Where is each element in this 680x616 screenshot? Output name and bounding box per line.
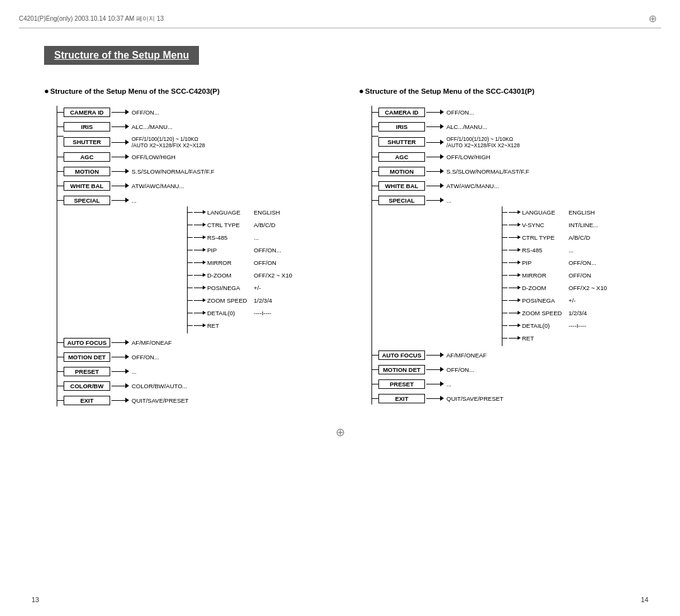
arrow-motion [111,169,129,174]
r-arrow-preset [426,381,444,386]
r-shutter-value: OFF/1/100(1/120) ~ 1/10KΩ/AUTO X2~X128/F… [446,136,520,148]
r-arrow-white-bal [426,183,444,188]
r-arrow-motion [426,169,444,174]
crosshair-icon [649,13,661,25]
r-menu-row-white-bal: WHITE BAL ATW/AWC/MANU... [372,179,649,192]
left-menu-tree: CAMERA ID OFF/ON... IRIS ALC.../MANU... … [57,106,334,406]
r-menu-row-agc: AGC OFF/LOW/HIGH [372,150,649,163]
r-sub-ret: RET [502,332,649,344]
agc-value: OFF/LOW/HIGH [132,154,176,160]
r-agc-value: OFF/LOW/HIGH [446,154,490,160]
file-info: C4201(P)Eng(only) 2003.10.14 10:37 AM 페이… [19,14,164,23]
auto-focus-value: AF/MF/ONEAF [132,339,172,346]
r-arrow-camera-id [426,109,444,115]
camera-id-label: CAMERA ID [64,108,110,117]
r-sub-zoom-speed: ZOOM SPEED 1/2/3/4 [502,307,649,318]
shutter-label: SHUTTER [64,137,110,147]
r-menu-row-exit: EXIT QUIT/SAVE/PRESET [372,392,649,405]
arrow-iris [111,124,129,129]
color-bw-value: COLOR/BW/AUTO... [132,383,188,389]
menu-row-motion: MOTION S.S/SLOW/NORMAL/FAST/F.F [57,165,334,177]
menu-row-white-bal: WHITE BAL ATW/AWC/MANU... [57,179,334,192]
special-value: ... [132,197,137,204]
r-sub-vsync: V-SYNC INT/LINE... [502,219,649,230]
right-column: ●Structure of the Setup Menu of the SCC-… [346,86,661,406]
r-arrow-auto-focus [426,352,444,357]
r-sub-rs485: RS-485 ... [502,244,649,255]
special-sub-tree-right: LANGUAGE ENGLISH V-SYNC INT/LINE... CTRL… [502,206,649,346]
iris-value: ALC.../MANU... [132,123,173,130]
r-special-label: SPECIAL [378,196,425,205]
arrow-preset [111,369,129,374]
r-white-bal-value: ATW/AWC/MANU... [446,182,499,189]
sub-ctrl-type: CTRL TYPE A/B/C/D [188,219,334,230]
title-text: Structure of the Setup Menu [44,46,199,65]
r-white-bal-label: WHITE BAL [378,181,425,191]
menu-row-auto-focus: AUTO FOCUS AF/MF/ONEAF [57,336,334,349]
sub-detail: DETAIL(0) ----I---- [188,307,334,318]
sub-posi-nega: POSI/NEGA +/- [188,282,334,293]
r-camera-id-label: CAMERA ID [378,108,425,117]
r-preset-label: PRESET [378,379,425,389]
page-title: Structure of the Setup Menu [19,35,661,80]
preset-value: ... [132,368,137,375]
r-sub-pip: PIP OFF/ON... [502,257,649,268]
r-auto-focus-value: AF/MF/ONEAF [446,352,487,359]
menu-row-camera-id: CAMERA ID OFF/ON... [57,106,334,118]
motion-det-label: MOTION DET [64,352,110,362]
right-section-heading: ●Structure of the Setup Menu of the SCC-… [359,86,649,96]
r-camera-id-value: OFF/ON... [446,109,474,116]
r-shutter-label: SHUTTER [378,137,425,147]
special-submenu-left: LANGUAGE ENGLISH CTRL TYPE A/B/C/D RS-48… [118,206,334,336]
sub-ret: RET [188,320,334,331]
r-sub-dzoom: D-ZOOM OFF/X2 ~ X10 [502,282,649,293]
special-sub-tree-left: LANGUAGE ENGLISH CTRL TYPE A/B/C/D RS-48… [187,206,334,333]
menu-row-iris: IRIS ALC.../MANU... [57,120,334,133]
arrow-agc [111,154,129,159]
r-arrow-exit [426,396,444,401]
left-column: ●Structure of the Setup Menu of the SCC-… [19,86,346,406]
arrow-shutter [111,140,129,145]
r-auto-focus-label: AUTO FOCUS [378,350,425,360]
r-arrow-motion-det [426,367,444,372]
r-sub-detail: DETAIL(0) ----I---- [502,320,649,331]
r-iris-label: IRIS [378,122,425,132]
r-motion-label: MOTION [378,167,425,176]
page-container: C4201(P)Eng(only) 2003.10.14 10:37 AM 페이… [0,0,680,616]
motion-value: S.S/SLOW/NORMAL/FAST/F.F [132,168,214,175]
page-footer: 13 14 [31,596,649,603]
r-special-value: ... [446,197,451,204]
r-sub-posi-nega: POSI/NEGA +/- [502,294,649,306]
sub-dzoom: D-ZOOM OFF/X2 ~ X10 [188,269,334,281]
arrow-motion-det [111,354,129,359]
right-menu-tree: CAMERA ID OFF/ON... IRIS ALC.../MANU... … [371,106,649,405]
r-menu-row-preset: PRESET ... [372,378,649,390]
special-submenu-right: LANGUAGE ENGLISH V-SYNC INT/LINE... CTRL… [433,206,649,349]
page-number-right: 14 [641,596,649,603]
sub-pip: PIP OFF/ON... [188,244,334,255]
left-section-heading: ●Structure of the Setup Menu of the SCC-… [44,86,334,96]
r-arrow-special [426,198,444,203]
shutter-value: OFF/1/100(1/120) ~ 1/10KΩ/AUTO X2~X128/F… [132,136,205,148]
r-menu-row-auto-focus: AUTO FOCUS AF/MF/ONEAF [372,349,649,361]
exit-value: QUIT/SAVE/PRESET [132,397,189,404]
preset-label: PRESET [64,367,110,376]
r-motion-det-label: MOTION DET [378,365,425,374]
auto-focus-label: AUTO FOCUS [64,338,110,347]
motion-det-value: OFF/ON... [132,354,159,361]
r-motion-det-value: OFF/ON... [446,366,474,373]
arrow-color-bw [111,383,129,388]
menu-row-exit: EXIT QUIT/SAVE/PRESET [57,394,334,406]
white-bal-value: ATW/AWC/MANU... [132,182,184,189]
r-exit-label: EXIT [378,394,425,403]
r-arrow-shutter [426,140,444,145]
menu-row-agc: AGC OFF/LOW/HIGH [57,150,334,163]
r-sub-language: LANGUAGE ENGLISH [502,206,649,218]
white-bal-label: WHITE BAL [64,181,110,191]
sub-zoom-speed: ZOOM SPEED 1/2/3/4 [188,294,334,306]
agc-label: AGC [64,152,110,162]
r-menu-row-motion: MOTION S.S/SLOW/NORMAL/FAST/F.F [372,165,649,177]
menu-row-shutter: SHUTTER OFF/1/100(1/120) ~ 1/10KΩ/AUTO X… [57,135,334,148]
r-menu-row-camera-id: CAMERA ID OFF/ON... [372,106,649,118]
r-menu-row-iris: IRIS ALC.../MANU... [372,120,649,133]
